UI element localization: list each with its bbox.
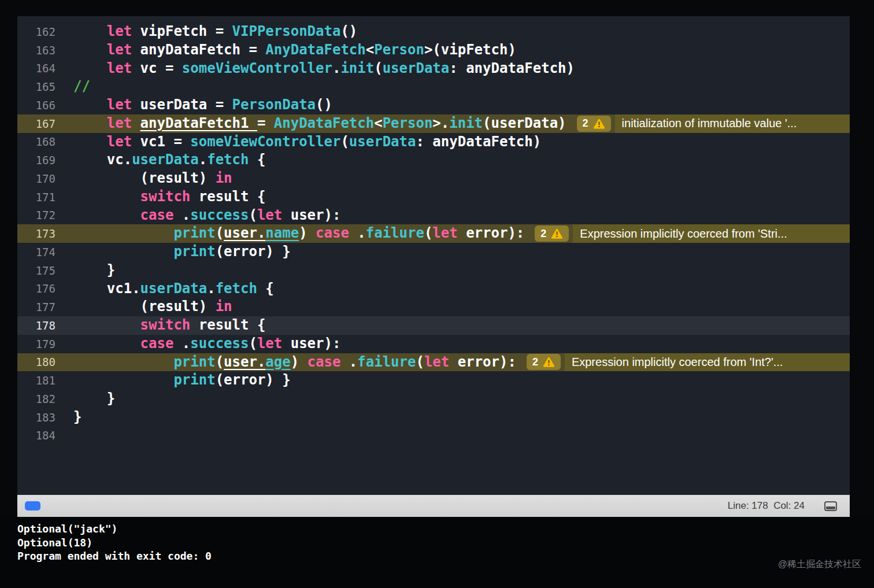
code-text: let vc1 = someViewController(userData: a… bbox=[73, 133, 541, 151]
line-number[interactable]: 175 bbox=[17, 264, 55, 277]
line-number[interactable]: 170 bbox=[17, 172, 55, 185]
code-text: } bbox=[73, 390, 115, 408]
line-number[interactable]: 176 bbox=[17, 282, 55, 295]
code-line-180[interactable]: 180 print(user.age) case .failure(let er… bbox=[17, 353, 850, 372]
line-number[interactable]: 162 bbox=[17, 25, 55, 38]
code-text: case .success(let user): bbox=[73, 206, 340, 225]
line-number[interactable]: 181 bbox=[17, 374, 55, 387]
code-text: let vipFetch = VIPPersonData() bbox=[73, 23, 357, 41]
line-number[interactable]: 183 bbox=[17, 411, 55, 424]
code-text: // bbox=[73, 77, 90, 96]
code-text: print(error) } bbox=[73, 371, 291, 390]
code-line-179[interactable]: 179 case .success(let user): bbox=[17, 335, 850, 353]
code-text: let vc = someViewController.init(userDat… bbox=[73, 60, 575, 78]
line-number[interactable]: 171 bbox=[17, 191, 55, 204]
code-line-166[interactable]: 166 let userData = PersonData() bbox=[17, 96, 850, 114]
code-line-162[interactable]: 162 let vipFetch = VIPPersonData() bbox=[17, 23, 850, 41]
warning-message[interactable]: Expression implicitly coerced from 'Int?… bbox=[565, 353, 850, 372]
code-text: (result) in bbox=[73, 298, 232, 316]
code-text: case .success(let user): bbox=[73, 335, 340, 353]
cursor-position-label: Line: 178 Col: 24 bbox=[728, 500, 805, 512]
console-output-line: Optional("jack") bbox=[17, 522, 874, 536]
code-line-177[interactable]: 177 (result) in bbox=[17, 298, 850, 316]
warning-triangle-icon bbox=[593, 119, 605, 129]
line-number[interactable]: 174 bbox=[17, 246, 55, 258]
code-line-164[interactable]: 164 let vc = someViewController.init(use… bbox=[17, 60, 850, 78]
line-number[interactable]: 165 bbox=[17, 80, 55, 93]
code-text: switch result { bbox=[73, 188, 265, 206]
line-number[interactable]: 180 bbox=[17, 356, 55, 368]
warning-badge[interactable]: 2 bbox=[527, 354, 561, 370]
warning-count: 2 bbox=[583, 117, 588, 130]
code-text: let userData = PersonData() bbox=[73, 96, 332, 114]
console-output-line: Program ended with exit code: 0 bbox=[17, 549, 874, 563]
code-text: let anyDataFetch1 = AnyDataFetch<Person>… bbox=[73, 114, 566, 133]
line-number[interactable]: 182 bbox=[17, 393, 55, 405]
screen: 162 let vipFetch = VIPPersonData()163 le… bbox=[0, 0, 874, 588]
code-line-168[interactable]: 168 let vc1 = someViewController(userDat… bbox=[17, 133, 850, 151]
warning-message[interactable]: Expression implicitly coerced from 'Stri… bbox=[573, 224, 850, 243]
code-text: } bbox=[73, 261, 115, 280]
line-number[interactable]: 179 bbox=[17, 338, 55, 350]
code-line-169[interactable]: 169 vc.userData.fetch { bbox=[17, 151, 850, 169]
code-line-173[interactable]: 173 print(user.name) case .failure(let e… bbox=[17, 224, 850, 243]
status-bar-right: Line: 178 Col: 24 bbox=[728, 500, 850, 512]
line-number[interactable]: 178 bbox=[17, 319, 55, 332]
warning-triangle-icon bbox=[551, 228, 563, 239]
code-text: print(error) } bbox=[73, 243, 291, 261]
warning-message[interactable]: initialization of immutable value '... bbox=[615, 114, 850, 133]
code-text: switch result { bbox=[73, 316, 265, 335]
line-number[interactable]: 169 bbox=[17, 154, 55, 167]
code-line-178[interactable]: 178 switch result { bbox=[17, 316, 850, 335]
editor-status-bar: Line: 178 Col: 24 bbox=[17, 495, 850, 517]
console-pane-icon[interactable] bbox=[824, 501, 837, 511]
line-number[interactable]: 172 bbox=[17, 209, 55, 221]
code-line-182[interactable]: 182 } bbox=[17, 390, 850, 408]
code-line-172[interactable]: 172 case .success(let user): bbox=[17, 206, 850, 225]
code-line-175[interactable]: 175 } bbox=[17, 261, 850, 280]
code-line-184[interactable]: 184 bbox=[17, 427, 850, 445]
warning-triangle-icon bbox=[543, 357, 555, 367]
code-text: } bbox=[73, 408, 82, 427]
console-output-line: Optional(18) bbox=[17, 536, 874, 550]
code-line-167[interactable]: 167 let anyDataFetch1 = AnyDataFetch<Per… bbox=[17, 114, 850, 133]
code-text: let anyDataFetch = AnyDataFetch<Person>(… bbox=[73, 41, 516, 60]
code-line-171[interactable]: 171 switch result { bbox=[17, 188, 850, 206]
line-number[interactable]: 168 bbox=[17, 135, 55, 148]
code-text: vc1.userData.fetch { bbox=[73, 280, 274, 298]
code-line-170[interactable]: 170 (result) in bbox=[17, 169, 850, 188]
code-line-174[interactable]: 174 print(error) } bbox=[17, 243, 850, 261]
code-text: print(user.name) case .failure(let error… bbox=[73, 224, 524, 243]
line-number[interactable]: 184 bbox=[17, 429, 55, 442]
warning-count: 2 bbox=[540, 228, 546, 240]
code-lines: 162 let vipFetch = VIPPersonData()163 le… bbox=[17, 23, 850, 445]
code-text: print(user.age) case .failure(let error)… bbox=[73, 353, 516, 372]
code-line-183[interactable]: 183} bbox=[17, 408, 850, 427]
code-line-181[interactable]: 181 print(error) } bbox=[17, 371, 850, 390]
watermark: @稀土掘金技术社区 bbox=[778, 559, 861, 571]
line-number[interactable]: 166 bbox=[17, 99, 55, 112]
code-editor[interactable]: 162 let vipFetch = VIPPersonData()163 le… bbox=[17, 16, 850, 495]
line-number[interactable]: 163 bbox=[17, 44, 55, 57]
code-text: vc.userData.fetch { bbox=[73, 151, 265, 169]
breakpoints-toggle-button[interactable] bbox=[25, 501, 40, 511]
line-number[interactable]: 177 bbox=[17, 301, 55, 313]
warning-badge[interactable]: 2 bbox=[535, 225, 569, 242]
line-number[interactable]: 164 bbox=[17, 62, 55, 75]
debug-console[interactable]: Optional("jack") Optional(18) Program en… bbox=[0, 517, 874, 588]
code-text: (result) in bbox=[73, 169, 232, 188]
code-line-165[interactable]: 165// bbox=[17, 77, 850, 96]
code-line-163[interactable]: 163 let anyDataFetch = AnyDataFetch<Pers… bbox=[17, 41, 850, 60]
line-number[interactable]: 173 bbox=[17, 227, 55, 240]
warning-badge[interactable]: 2 bbox=[577, 116, 611, 132]
warning-count: 2 bbox=[532, 356, 538, 368]
line-number[interactable]: 167 bbox=[17, 117, 55, 130]
code-line-176[interactable]: 176 vc1.userData.fetch { bbox=[17, 280, 850, 298]
